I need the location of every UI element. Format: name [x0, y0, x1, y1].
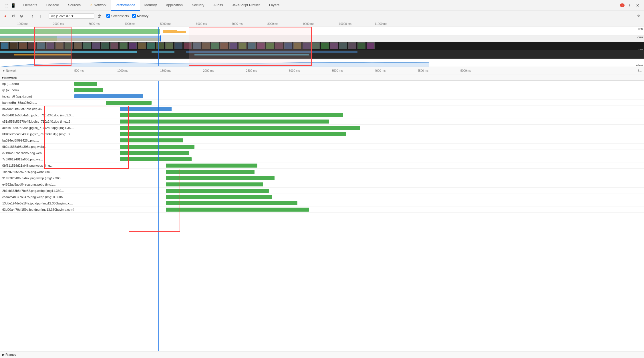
tab-console-label: Console [46, 3, 59, 7]
row-bannerbg-label: bannerBg_85aa05e2.p... [0, 101, 74, 104]
row-ccaa2-bar [74, 194, 644, 200]
svg-rect-1 [163, 30, 177, 33]
row-9b2a[interactable]: 9b2a1835a98a395a.png.webp... [0, 144, 644, 150]
bar-ccaa2 [166, 195, 272, 199]
upload-button[interactable]: ↑ [29, 13, 36, 19]
tab-security[interactable]: Security [187, 0, 209, 11]
url-selector[interactable]: wq.jd.com #7 ▼ [49, 13, 94, 19]
row-c71f[interactable]: c71f04e37ac7acb5.png.web... [0, 150, 644, 156]
ruler-label-3000: 3000 ms [89, 22, 100, 25]
refresh-button[interactable]: ↺ [10, 13, 17, 19]
row-13dde[interactable]: 13dde194de5e1f4a.jpg.dpg (img12.360buyim… [0, 200, 644, 206]
row-c71f-label: c71f04e37ac7acb5.png.web... [0, 151, 74, 155]
ruler-label-9000: 9000 ms [303, 22, 314, 25]
download-button[interactable]: ↓ [37, 13, 44, 19]
more-icon[interactable]: ⋮ [627, 3, 633, 8]
cpu-track: CPU [0, 35, 644, 42]
row-bfd49[interactable]: bfd49e2dc4d64308.jpg!cc_710x240.dpg (img… [0, 131, 644, 137]
memory-checkbox-label[interactable]: Memory [132, 14, 148, 18]
detail-network-label: ▼ Network [2, 69, 16, 72]
stop-button[interactable]: ⊗ [18, 13, 25, 19]
svg-rect-5 [0, 38, 160, 41]
row-np[interactable]: np (i....com) [0, 81, 644, 87]
row-0bf611-label: 0bf611516d21af48.png.webp (img... [0, 164, 74, 167]
row-aee7-label: aee7916db7a23aa.jpg!cc_710x240.dpg (img1… [0, 126, 74, 130]
row-2b1cb[interactable]: 2b1cb373b8b7be82.png.webp (img11.360... [0, 188, 644, 194]
tab-layers-label: Layers [269, 3, 279, 7]
row-bannerbg[interactable]: bannerBg_85aa05e2.p... [0, 100, 644, 106]
row-ba024[interactable]: ba024ed6f999426c.png.... [0, 137, 644, 144]
row-0e634[interactable]: 0e634811e58b4a1d.jpg!cc_710x240.dpg (img… [0, 112, 644, 118]
tab-console[interactable]: Console [42, 0, 63, 11]
row-np-label: np (i....com) [0, 82, 74, 85]
tab-memory[interactable]: Memory [140, 0, 161, 11]
screenshots-checkbox-label[interactable]: Screenshots [106, 14, 129, 18]
inspect-icon[interactable]: ⬚ [3, 3, 9, 8]
row-e4862[interactable]: e4862ac5acd04eca.png.webp (img1... [0, 181, 644, 188]
row-1dc7d[interactable]: 1dc7d76555c57d25.png.webp (im... [0, 169, 644, 175]
row-e4862-bar [74, 181, 644, 187]
tab-js-profiler[interactable]: JavaScript Profiler [228, 0, 265, 11]
row-rp[interactable]: rp (w...com) [0, 87, 644, 93]
tab-application[interactable]: Application [161, 0, 187, 11]
detail-ruler-3000: 3000 ms [289, 69, 300, 72]
bar-bannerbg [106, 101, 152, 105]
row-63d00[interactable]: 63d00a4f79cf159e.jpg.dpg (img13.360buyim… [0, 206, 644, 213]
timeline-cursor [158, 27, 159, 66]
row-9b2a-bar [74, 144, 644, 150]
tab-security-label: Security [192, 3, 204, 7]
row-ccaa2[interactable]: ccaa2c4837760475.png.webp (img10.360b... [0, 194, 644, 200]
detail-ruler-500: 500 ms [74, 69, 84, 72]
gear-icon[interactable]: ⚙ [635, 13, 642, 19]
timeline-overview[interactable]: 1000 ms 2000 ms 3000 ms 4000 ms 5000 ms … [0, 21, 644, 67]
row-bfd49-bar [74, 131, 644, 137]
screenshots-checkbox[interactable] [106, 14, 110, 18]
bar-navfoot [120, 107, 172, 111]
bar-2b1cb [166, 189, 269, 193]
row-aee7[interactable]: aee7916db7a23aa.jpg!cc_710x240.dpg (img1… [0, 125, 644, 131]
detail-ruler-4500: 4500 ms [418, 69, 428, 72]
tab-layers[interactable]: Layers [265, 0, 284, 11]
row-13dde-bar [74, 200, 644, 206]
ruler-label-8000: 8000 ms [267, 22, 278, 25]
detail-ruler-1000: 1000 ms [117, 69, 128, 72]
row-91fe-label: 91fe032d40b55d47.png.webp (img12.360... [0, 176, 74, 180]
row-c51a[interactable]: c51a558b53670e45.jpg!cc_710x240.dpg (img… [0, 118, 644, 125]
checkbox-group: Screenshots Memory [106, 14, 148, 18]
tab-js-profiler-label: JavaScript Profiler [232, 3, 260, 7]
detail-ruler: ▼ Network 500 ms 1000 ms 1500 ms 2000 ms… [0, 67, 644, 75]
network-section-header[interactable]: ▼ Network [0, 75, 644, 81]
record-button[interactable]: ● [2, 13, 9, 19]
row-7c6f-label: 7c6f06124811a666.png.we... [0, 158, 74, 161]
memory-checkbox[interactable] [132, 14, 136, 18]
row-91fe[interactable]: 91fe032d40b55d47.png.webp (img12.360... [0, 175, 644, 181]
row-ba024-bar [74, 137, 644, 143]
row-7c6f[interactable]: 7c6f06124811a666.png.we... [0, 156, 644, 162]
row-e4862-label: e4862ac5acd04eca.png.webp (img1... [0, 183, 74, 186]
tab-memory-label: Memory [144, 3, 157, 7]
main-detail-area: ▼ Network np (i....com) rp (w...com) ind… [0, 75, 644, 351]
screenshots-label: Screenshots [111, 14, 129, 18]
detail-ruler-end: 5... [638, 69, 642, 72]
tab-application-label: Application [166, 3, 183, 7]
trash-button[interactable]: 🗑 [96, 13, 102, 19]
tab-elements[interactable]: Elements [18, 0, 42, 11]
row-navfoot[interactable]: navfoot.6bf68af7.css (wq.36...) [0, 106, 644, 112]
tab-sources[interactable]: Sources [63, 0, 85, 11]
close-icon[interactable]: ✕ [635, 3, 641, 8]
bar-91fe [166, 176, 275, 180]
row-0e634-label: 0e634811e58b4a1d.jpg!cc_710x240.dpg (img… [0, 114, 74, 117]
device-icon[interactable]: 📱 [10, 3, 16, 8]
frames-section[interactable]: ▶ Frames [0, 351, 644, 358]
ruler-label-11000: 11000 ms [375, 22, 387, 25]
row-0e634-bar [74, 112, 644, 118]
row-bannerbg-bar [74, 100, 644, 106]
row-13dde-label: 13dde194de5e1f4a.jpg.dpg (img12.360buyim… [0, 202, 74, 205]
row-index-v6[interactable]: index_v6 (wq.jd.com) [0, 93, 644, 100]
tab-network[interactable]: Network [85, 0, 111, 11]
bar-0bf611 [166, 164, 257, 168]
tab-right-area: 5 ⋮ ✕ [620, 3, 643, 8]
tab-audits[interactable]: Audits [209, 0, 227, 11]
row-0bf611[interactable]: 0bf611516d21af48.png.webp (img... [0, 162, 644, 169]
tab-performance[interactable]: Performance [111, 0, 140, 11]
